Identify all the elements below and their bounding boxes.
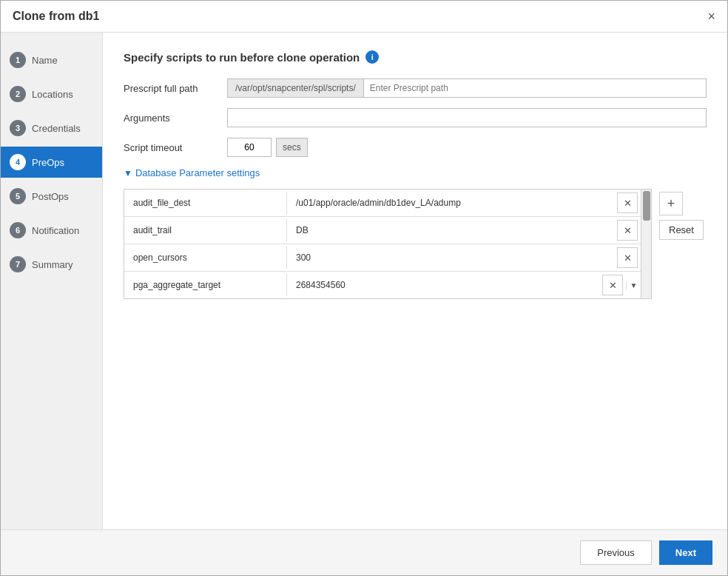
db-param-link-text: Database Parameter settings (135, 167, 260, 178)
params-container: audit_file_dest /u01/app/oracle/admin/db… (124, 189, 707, 299)
table-row: open_cursors 300 ✕ (124, 244, 641, 272)
scroll-thumb (643, 191, 650, 221)
param-delete-2[interactable]: ✕ (617, 220, 638, 241)
reset-button[interactable]: Reset (659, 220, 704, 240)
sidebar-label-preops: PreOps (32, 157, 64, 168)
step-circle-1: 1 (10, 52, 26, 68)
section-title-text: Specify scripts to run before clone oper… (124, 51, 360, 64)
param-name-4: pga_aggregate_target (124, 274, 287, 296)
add-param-button[interactable]: + (659, 192, 683, 215)
step-circle-3: 3 (10, 120, 26, 136)
param-name-3: open_cursors (124, 247, 287, 269)
sidebar-item-credentials[interactable]: 3 Credentials (1, 113, 102, 144)
param-name-1: audit_file_dest (124, 192, 287, 214)
sidebar-label-postops: PostOps (32, 191, 69, 202)
next-button[interactable]: Next (659, 540, 712, 565)
sidebar-item-notification[interactable]: 6 Notification (1, 215, 102, 246)
dialog-footer: Previous Next (1, 529, 727, 575)
info-icon[interactable]: i (365, 50, 379, 64)
timeout-input[interactable] (227, 138, 272, 157)
params-scrollbar[interactable] (641, 189, 652, 299)
sidebar-label-locations: Locations (32, 89, 73, 100)
section-title-area: Specify scripts to run before clone oper… (124, 50, 707, 64)
clone-dialog: Clone from db1 × 1 Name 2 Locations 3 Cr… (0, 0, 728, 576)
sidebar-item-postops[interactable]: 5 PostOps (1, 181, 102, 212)
step-circle-4: 4 (10, 154, 26, 170)
param-dropdown-4[interactable]: ▼ (626, 281, 641, 289)
db-param-link[interactable]: ▼ Database Parameter settings (124, 167, 707, 178)
chevron-icon: ▼ (124, 168, 132, 178)
table-row: audit_file_dest /u01/app/oracle/admin/db… (124, 190, 641, 217)
table-row: pga_aggregate_target 2684354560 ✕ ▼ (124, 272, 641, 298)
step-circle-2: 2 (10, 86, 26, 102)
param-value-2: DB (287, 219, 614, 241)
param-value-3: 300 (287, 247, 614, 269)
sidebar-label-credentials: Credentials (32, 123, 81, 134)
dialog-header: Clone from db1 × (1, 1, 727, 33)
sidebar-item-summary[interactable]: 7 Summary (1, 249, 102, 280)
sidebar-item-preops[interactable]: 4 PreOps (1, 147, 102, 178)
param-delete-3[interactable]: ✕ (617, 247, 638, 268)
arguments-row: Arguments (124, 108, 707, 127)
step-circle-5: 5 (10, 188, 26, 204)
previous-button[interactable]: Previous (580, 540, 652, 565)
param-value-4: 2684354560 (287, 274, 599, 296)
step-circle-6: 6 (10, 222, 26, 238)
timeout-label: Script timeout (124, 142, 220, 153)
path-prefix: /var/opt/snapcenter/spl/scripts/ (227, 78, 363, 98)
arguments-input[interactable] (227, 108, 707, 127)
sidebar-label-notification: Notification (32, 225, 79, 236)
param-delete-1[interactable]: ✕ (617, 192, 638, 213)
arguments-label: Arguments (124, 113, 220, 124)
params-actions: + Reset (659, 189, 704, 299)
sidebar-label-name: Name (32, 55, 58, 66)
step-circle-7: 7 (10, 256, 26, 272)
sidebar: 1 Name 2 Locations 3 Credentials 4 PreOp… (1, 33, 103, 529)
prescript-input[interactable] (363, 78, 707, 98)
sidebar-label-summary: Summary (32, 259, 73, 270)
param-name-2: audit_trail (124, 219, 287, 241)
dialog-title: Clone from db1 (13, 10, 99, 23)
close-button[interactable]: × (707, 10, 715, 23)
params-table: audit_file_dest /u01/app/oracle/admin/db… (124, 189, 641, 299)
sidebar-item-locations[interactable]: 2 Locations (1, 78, 102, 110)
timeout-row: Script timeout secs (124, 138, 707, 157)
sidebar-item-name[interactable]: 1 Name (1, 44, 102, 76)
param-delete-4[interactable]: ✕ (602, 275, 623, 295)
prescript-path-group: /var/opt/snapcenter/spl/scripts/ (227, 78, 707, 98)
timeout-group: secs (227, 138, 308, 157)
table-row: audit_trail DB ✕ (124, 217, 641, 244)
prescript-label: Prescript full path (124, 83, 220, 94)
param-value-1: /u01/app/oracle/admin/db1dev_LA/adump (287, 192, 614, 214)
dialog-body: 1 Name 2 Locations 3 Credentials 4 PreOp… (1, 33, 727, 529)
main-content: Specify scripts to run before clone oper… (103, 33, 727, 529)
timeout-unit: secs (276, 138, 308, 157)
prescript-row: Prescript full path /var/opt/snapcenter/… (124, 78, 707, 98)
